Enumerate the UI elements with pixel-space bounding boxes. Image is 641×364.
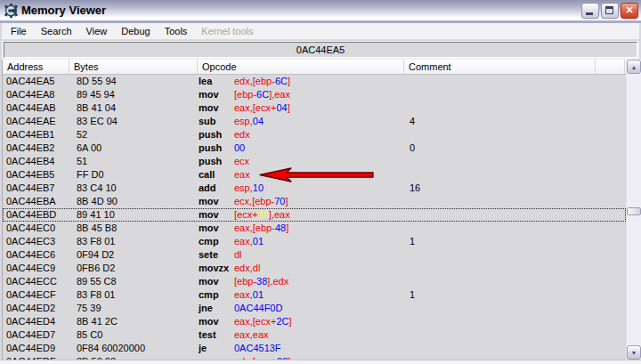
disasm-row[interactable]: 0AC44EBA8B 4D 90movecx,[ebp-70]	[3, 195, 626, 208]
operand-segment: dl	[234, 249, 242, 260]
cell-operands: ecx	[234, 155, 249, 168]
disasm-row[interactable]: 0AC44EC60F94 D2setedl	[3, 248, 626, 262]
cell-address: 0AC44EAE	[6, 115, 56, 128]
disasm-row[interactable]: 0AC44ECF83 F8 01cmpeax,011	[3, 288, 626, 302]
disasm-row[interactable]: 0AC44EB152pushedx	[3, 128, 626, 142]
menu-item-tools[interactable]: Tools	[158, 23, 195, 39]
cell-address: 0AC44EC3	[6, 235, 55, 248]
cell-bytes: 75 39	[77, 302, 101, 315]
scroll-down-button[interactable]: ▼	[627, 345, 641, 360]
operand-segment: eax,[ebp-	[234, 222, 275, 233]
close-button[interactable]: ✕	[621, 3, 638, 19]
minimize-button[interactable]	[581, 3, 599, 19]
operand-segment: ]	[286, 222, 288, 233]
cell-address: 0AC44EB5	[6, 168, 54, 182]
minimize-icon	[586, 12, 593, 15]
maximize-icon	[605, 6, 613, 14]
cell-address: 0AC44EC0	[6, 222, 55, 235]
operand-segment: 70	[274, 196, 285, 206]
operand-segment: 04	[253, 116, 264, 126]
disassembly-list: AddressBytesOpcodeComment 0AC44EA58D 55 …	[2, 60, 626, 360]
menu-item-kernel-tools: Kernel tools	[194, 23, 260, 39]
operand-segment: 2C	[276, 316, 288, 327]
cell-operands: eax,01	[234, 288, 264, 302]
operand-segment: eax,[ecx+	[234, 102, 276, 113]
disasm-row[interactable]: 0AC44EAB8B 41 04moveax,[ecx+04]	[3, 101, 626, 115]
cell-bytes: 89 41 10	[77, 208, 115, 222]
operand-segment: 48	[275, 222, 286, 233]
title-bar: Memory Viewer ✕	[0, 0, 641, 23]
cell-address: 0AC44EBA	[6, 195, 56, 208]
memory-viewer-window: Memory Viewer ✕ FileSearchViewDebugTools…	[0, 0, 641, 364]
column-header-bytes[interactable]: Bytes	[69, 60, 198, 74]
column-header-comment[interactable]: Comment	[404, 60, 596, 74]
disasm-row[interactable]: 0AC44EBD89 41 10mov[ecx+10],eax	[3, 208, 626, 222]
operand-segment: edx	[234, 129, 250, 140]
maximize-button[interactable]	[601, 3, 619, 19]
cell-operands: 0AC44F0D	[234, 302, 282, 315]
scroll-up-button[interactable]: ▲	[627, 60, 641, 74]
disasm-row[interactable]: 0AC44EA889 45 94mov[ebp-6C],eax	[3, 88, 626, 101]
cell-bytes: 8D 55 94	[77, 75, 117, 88]
cell-mnemonic: jne	[199, 302, 213, 315]
cell-operands: eax,[ecx+2C]	[234, 315, 292, 328]
menu-bar: FileSearchViewDebugToolsKernel tools	[2, 23, 639, 40]
cell-mnemonic: test	[199, 328, 216, 342]
disasm-row[interactable]: 0AC44EB783 C4 10addesp,1016	[3, 182, 626, 195]
cell-mnemonic: mov	[199, 208, 219, 222]
column-header-opcode[interactable]: Opcode	[198, 60, 404, 74]
disasm-row[interactable]: 0AC44EAE83 EC 04subesp,044	[3, 115, 626, 128]
disasm-row[interactable]: 0AC44EC90FB6 D2movzxedx,dl	[3, 262, 626, 275]
address-input[interactable]: 0AC44EA5	[4, 42, 637, 58]
operand-segment: 6C	[256, 89, 269, 100]
disasm-row[interactable]: 0AC44EB5FF D0calleax	[3, 168, 626, 182]
column-header-address[interactable]: Address	[3, 60, 69, 74]
disasm-row[interactable]: 0AC44ED48B 41 2Cmoveax,[ecx+2C]	[3, 315, 626, 328]
operand-segment: eax,eax	[234, 329, 269, 340]
disasm-row[interactable]: 0AC44ED90F84 60020000je0AC4513F	[3, 342, 626, 355]
cell-bytes: 8B 4D 90	[77, 195, 118, 208]
cell-operands: [ebp-38],edx	[234, 275, 288, 288]
close-icon: ✕	[625, 5, 633, 15]
cell-bytes: 52	[77, 128, 87, 142]
operand-segment: eax,[ecx+	[234, 316, 276, 327]
cell-operands: 00	[234, 142, 245, 155]
cell-mnemonic: je	[199, 342, 207, 355]
call-target-arrow-icon	[259, 167, 377, 182]
cell-operands: eax	[234, 168, 250, 182]
cell-operands: edx	[234, 128, 250, 142]
cell-address: 0AC44EB1	[6, 128, 54, 142]
operand-segment: [ecx+	[234, 209, 258, 220]
cell-address: 0AC44ED2	[6, 302, 55, 315]
cell-mnemonic: cmp	[199, 235, 219, 248]
disasm-row[interactable]: 0AC44ED785 C0testeax,eax	[3, 328, 626, 342]
menu-item-file[interactable]: File	[4, 23, 34, 39]
scrollbar-thumb[interactable]	[627, 207, 641, 215]
disasm-row[interactable]: 0AC44EA58D 55 94leaedx,[ebp-6C]	[3, 75, 626, 88]
menu-item-debug[interactable]: Debug	[114, 23, 157, 39]
menu-item-view[interactable]: View	[79, 23, 115, 39]
list-header: AddressBytesOpcodeComment	[3, 60, 626, 75]
operand-segment: ]	[286, 196, 288, 206]
disasm-row[interactable]: 0AC44EB26A 00push000	[3, 142, 626, 155]
disassembly-rows: 0AC44EA58D 55 94leaedx,[ebp-6C]0AC44EA88…	[3, 75, 626, 360]
cell-mnemonic: mov	[199, 88, 219, 101]
disasm-row[interactable]: 0AC44ED275 39jne0AC44F0D	[3, 302, 626, 315]
disasm-row[interactable]: 0AC44EB451pushecx	[3, 155, 626, 168]
operand-segment: 01	[253, 289, 264, 300]
cell-bytes: 83 F8 01	[77, 288, 115, 302]
cell-address: 0AC44EBD	[6, 208, 56, 222]
cell-comment: 1	[410, 288, 415, 302]
app-icon	[4, 4, 18, 18]
cell-bytes: 0FB6 D2	[77, 262, 115, 275]
vertical-scrollbar[interactable]: ▲ ▼	[626, 60, 641, 360]
disasm-row[interactable]: 0AC44EC08B 45 B8moveax,[ebp-48]	[3, 222, 626, 235]
disasm-row[interactable]: 0AC44EC383 F8 01cmpeax,011	[3, 235, 626, 248]
cell-operands: eax,[ecx+04]	[234, 101, 290, 115]
menu-item-search[interactable]: Search	[34, 23, 79, 39]
operand-segment: 0AC44F0D	[234, 303, 282, 313]
disasm-row[interactable]: 0AC44ECC89 55 C8mov[ebp-38],edx	[3, 275, 626, 288]
cell-mnemonic: push	[199, 155, 222, 168]
cell-operands: 0AC4513F	[234, 342, 281, 355]
operand-segment: edx,[ebp-	[234, 76, 275, 86]
